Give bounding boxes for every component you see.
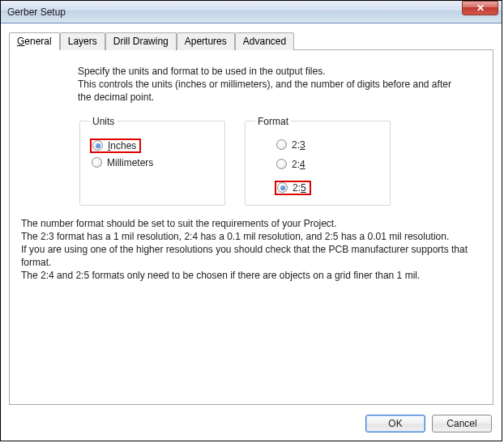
radio-23[interactable] — [276, 139, 287, 150]
intro-text: Specify the units and format to be used … — [21, 65, 481, 104]
intro-line2: This controls the units (inches or milli… — [78, 78, 465, 104]
gerber-setup-dialog: Gerber Setup ✕ General Layers Drill Draw… — [0, 0, 502, 441]
close-button[interactable]: ✕ — [462, 1, 498, 15]
ok-button[interactable]: OK — [365, 415, 425, 432]
radio-inches[interactable] — [92, 140, 103, 151]
tab-advanced[interactable]: Advanced — [235, 32, 294, 50]
tab-layers[interactable]: Layers — [60, 32, 105, 50]
radio-millimeters-row[interactable]: Millimeters — [90, 156, 215, 169]
tab-drill-drawing[interactable]: Drill Drawing — [105, 32, 177, 50]
units-group: Units Inches Millimeters — [79, 116, 225, 206]
close-icon: ✕ — [476, 3, 485, 13]
intro-line1: Specify the units and format to be used … — [78, 65, 465, 78]
radio-millimeters-label: Millimeters — [107, 157, 153, 168]
radio-millimeters[interactable] — [92, 157, 102, 168]
tab-general-panel: Specify the units and format to be used … — [9, 50, 493, 405]
explain4: The 2:4 and 2:5 formats only need to be … — [21, 269, 473, 282]
radio-25-label: 2:5 — [293, 182, 306, 194]
radio-24[interactable] — [276, 159, 287, 169]
radio-25[interactable] — [277, 182, 288, 193]
option-groups: Units Inches Millimeters Format — [21, 116, 481, 206]
dialog-buttons: OK Cancel — [365, 415, 492, 432]
format-group: Format 2:3 2:4 2:5 — [245, 116, 391, 206]
radio-24-row[interactable]: 2:4 — [255, 158, 380, 171]
cancel-button[interactable]: Cancel — [432, 415, 492, 432]
content-area: General Layers Drill Drawing Apertures A… — [1, 23, 502, 441]
tab-apertures[interactable]: Apertures — [177, 32, 235, 50]
radio-inches-label: Inches — [108, 140, 136, 151]
explain-text: The number format should be set to suit … — [21, 217, 481, 283]
explain2: The 2:3 format has a 1 mil resolution, 2… — [21, 230, 473, 243]
radio-23-label: 2:3 — [292, 139, 305, 151]
radio-23-row[interactable]: 2:3 — [255, 138, 380, 151]
radio-inches-row[interactable]: Inches — [90, 138, 141, 153]
tab-general[interactable]: General — [9, 32, 60, 50]
radio-25-row[interactable]: 2:5 — [275, 181, 311, 195]
units-legend: Units — [90, 116, 117, 127]
window-title: Gerber Setup — [7, 6, 500, 18]
explain3: If you are using one of the higher resol… — [21, 243, 473, 269]
format-legend: Format — [255, 116, 291, 127]
explain1: The number format should be set to suit … — [21, 217, 473, 230]
tabstrip: General Layers Drill Drawing Apertures A… — [9, 32, 493, 50]
radio-24-label: 2:4 — [292, 159, 305, 170]
titlebar: Gerber Setup ✕ — [1, 1, 502, 23]
